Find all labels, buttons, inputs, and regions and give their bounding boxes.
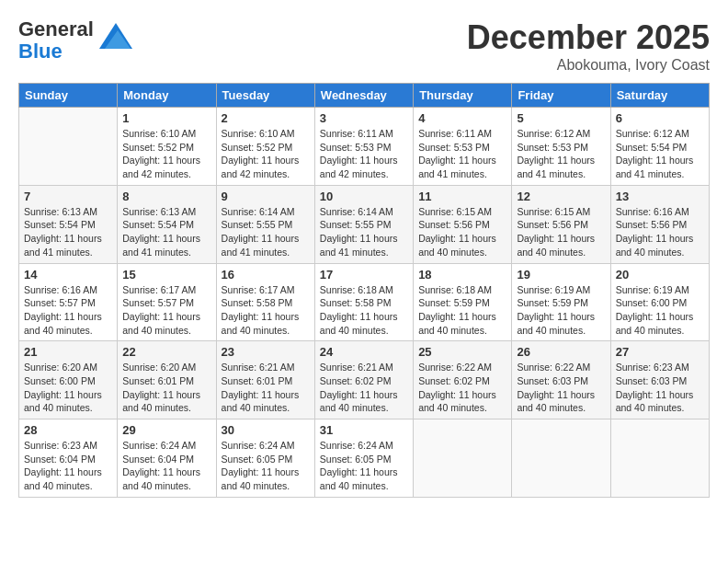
day-number: 1 bbox=[122, 111, 210, 125]
table-row: 29Sunrise: 6:24 AMSunset: 6:04 PMDayligh… bbox=[118, 419, 216, 498]
day-detail: Sunrise: 6:21 AMSunset: 6:02 PMDaylight:… bbox=[320, 361, 408, 415]
table-row: 16Sunrise: 6:17 AMSunset: 5:58 PMDayligh… bbox=[216, 263, 314, 341]
table-row: 24Sunrise: 6:21 AMSunset: 6:02 PMDayligh… bbox=[314, 341, 413, 419]
table-row: 4Sunrise: 6:11 AMSunset: 5:53 PMDaylight… bbox=[414, 108, 512, 186]
day-number: 4 bbox=[418, 111, 506, 125]
day-detail: Sunrise: 6:12 AMSunset: 5:54 PMDaylight:… bbox=[616, 127, 704, 181]
day-number: 25 bbox=[418, 345, 506, 359]
day-number: 27 bbox=[616, 345, 704, 359]
day-number: 8 bbox=[122, 190, 210, 203]
table-row: 12Sunrise: 6:15 AMSunset: 5:56 PMDayligh… bbox=[512, 185, 610, 263]
day-number: 21 bbox=[24, 345, 112, 359]
col-wednesday: Wednesday bbox=[314, 84, 413, 108]
day-detail: Sunrise: 6:24 AMSunset: 6:05 PMDaylight:… bbox=[222, 439, 310, 493]
title-block: December 2025 Abokouma, Ivory Coast bbox=[467, 18, 710, 74]
day-number: 16 bbox=[222, 268, 310, 282]
day-number: 9 bbox=[222, 190, 310, 203]
logo: GeneralBlue bbox=[18, 18, 132, 63]
day-number: 11 bbox=[418, 190, 506, 203]
page-header: GeneralBlue December 2025 Abokouma, Ivor… bbox=[18, 18, 710, 74]
table-row: 11Sunrise: 6:15 AMSunset: 5:56 PMDayligh… bbox=[414, 185, 512, 263]
day-detail: Sunrise: 6:22 AMSunset: 6:02 PMDaylight:… bbox=[418, 361, 506, 415]
day-detail: Sunrise: 6:24 AMSunset: 6:04 PMDaylight:… bbox=[122, 439, 210, 493]
day-detail: Sunrise: 6:19 AMSunset: 6:00 PMDaylight:… bbox=[616, 283, 704, 338]
day-number: 31 bbox=[320, 423, 408, 437]
day-number: 17 bbox=[320, 268, 408, 282]
table-row: 20Sunrise: 6:19 AMSunset: 6:00 PMDayligh… bbox=[610, 263, 709, 341]
table-row bbox=[512, 419, 610, 498]
day-number: 30 bbox=[222, 423, 310, 437]
day-number: 15 bbox=[122, 268, 210, 282]
table-row: 17Sunrise: 6:18 AMSunset: 5:58 PMDayligh… bbox=[314, 263, 413, 341]
calendar-week-row: 28Sunrise: 6:23 AMSunset: 6:04 PMDayligh… bbox=[19, 419, 710, 498]
table-row: 7Sunrise: 6:13 AMSunset: 5:54 PMDaylight… bbox=[19, 185, 118, 263]
day-detail: Sunrise: 6:15 AMSunset: 5:56 PMDaylight:… bbox=[517, 205, 605, 259]
day-number: 13 bbox=[616, 190, 704, 203]
table-row: 2Sunrise: 6:10 AMSunset: 5:52 PMDaylight… bbox=[216, 108, 314, 186]
day-detail: Sunrise: 6:20 AMSunset: 6:00 PMDaylight:… bbox=[24, 361, 112, 415]
col-friday: Friday bbox=[512, 84, 610, 108]
day-detail: Sunrise: 6:23 AMSunset: 6:04 PMDaylight:… bbox=[24, 439, 112, 493]
calendar-table: Sunday Monday Tuesday Wednesday Thursday… bbox=[18, 83, 710, 498]
logo-icon bbox=[99, 23, 132, 51]
day-number: 6 bbox=[616, 111, 704, 125]
day-detail: Sunrise: 6:10 AMSunset: 5:52 PMDaylight:… bbox=[122, 127, 210, 181]
day-detail: Sunrise: 6:18 AMSunset: 5:58 PMDaylight:… bbox=[320, 283, 408, 338]
table-row bbox=[19, 108, 118, 186]
day-detail: Sunrise: 6:13 AMSunset: 5:54 PMDaylight:… bbox=[24, 205, 112, 259]
table-row: 18Sunrise: 6:18 AMSunset: 5:59 PMDayligh… bbox=[414, 263, 512, 341]
table-row: 8Sunrise: 6:13 AMSunset: 5:54 PMDaylight… bbox=[118, 185, 216, 263]
table-row: 14Sunrise: 6:16 AMSunset: 5:57 PMDayligh… bbox=[19, 263, 118, 341]
day-detail: Sunrise: 6:10 AMSunset: 5:52 PMDaylight:… bbox=[222, 127, 310, 181]
day-number: 5 bbox=[517, 111, 605, 125]
day-number: 10 bbox=[320, 190, 408, 203]
day-number: 2 bbox=[222, 111, 310, 125]
table-row: 26Sunrise: 6:22 AMSunset: 6:03 PMDayligh… bbox=[512, 341, 610, 419]
day-detail: Sunrise: 6:11 AMSunset: 5:53 PMDaylight:… bbox=[320, 127, 408, 181]
day-detail: Sunrise: 6:24 AMSunset: 6:05 PMDaylight:… bbox=[320, 439, 408, 493]
day-number: 22 bbox=[122, 345, 210, 359]
logo-text: GeneralBlue bbox=[18, 18, 94, 63]
day-number: 19 bbox=[517, 268, 605, 282]
table-row: 5Sunrise: 6:12 AMSunset: 5:53 PMDaylight… bbox=[512, 108, 610, 186]
table-row: 1Sunrise: 6:10 AMSunset: 5:52 PMDaylight… bbox=[118, 108, 216, 186]
day-detail: Sunrise: 6:14 AMSunset: 5:55 PMDaylight:… bbox=[222, 205, 310, 259]
col-sunday: Sunday bbox=[19, 84, 118, 108]
day-detail: Sunrise: 6:16 AMSunset: 5:57 PMDaylight:… bbox=[24, 283, 112, 338]
table-row: 19Sunrise: 6:19 AMSunset: 5:59 PMDayligh… bbox=[512, 263, 610, 341]
day-number: 20 bbox=[616, 268, 704, 282]
day-detail: Sunrise: 6:22 AMSunset: 6:03 PMDaylight:… bbox=[517, 361, 605, 415]
day-detail: Sunrise: 6:16 AMSunset: 5:56 PMDaylight:… bbox=[616, 205, 704, 259]
day-number: 14 bbox=[24, 268, 112, 282]
table-row: 23Sunrise: 6:21 AMSunset: 6:01 PMDayligh… bbox=[216, 341, 314, 419]
day-detail: Sunrise: 6:14 AMSunset: 5:55 PMDaylight:… bbox=[320, 205, 408, 259]
day-detail: Sunrise: 6:11 AMSunset: 5:53 PMDaylight:… bbox=[418, 127, 506, 181]
table-row: 10Sunrise: 6:14 AMSunset: 5:55 PMDayligh… bbox=[314, 185, 413, 263]
table-row: 25Sunrise: 6:22 AMSunset: 6:02 PMDayligh… bbox=[414, 341, 512, 419]
calendar-week-row: 1Sunrise: 6:10 AMSunset: 5:52 PMDaylight… bbox=[19, 108, 710, 186]
col-saturday: Saturday bbox=[610, 84, 709, 108]
col-monday: Monday bbox=[118, 84, 216, 108]
day-number: 3 bbox=[320, 111, 408, 125]
day-detail: Sunrise: 6:17 AMSunset: 5:57 PMDaylight:… bbox=[122, 283, 210, 338]
table-row: 22Sunrise: 6:20 AMSunset: 6:01 PMDayligh… bbox=[118, 341, 216, 419]
table-row: 3Sunrise: 6:11 AMSunset: 5:53 PMDaylight… bbox=[314, 108, 413, 186]
day-detail: Sunrise: 6:12 AMSunset: 5:53 PMDaylight:… bbox=[517, 127, 605, 181]
col-tuesday: Tuesday bbox=[216, 84, 314, 108]
table-row bbox=[610, 419, 709, 498]
table-row: 27Sunrise: 6:23 AMSunset: 6:03 PMDayligh… bbox=[610, 341, 709, 419]
day-detail: Sunrise: 6:19 AMSunset: 5:59 PMDaylight:… bbox=[517, 283, 605, 338]
day-detail: Sunrise: 6:15 AMSunset: 5:56 PMDaylight:… bbox=[418, 205, 506, 259]
table-row: 28Sunrise: 6:23 AMSunset: 6:04 PMDayligh… bbox=[19, 419, 118, 498]
day-detail: Sunrise: 6:17 AMSunset: 5:58 PMDaylight:… bbox=[222, 283, 310, 338]
day-number: 26 bbox=[517, 345, 605, 359]
calendar-week-row: 7Sunrise: 6:13 AMSunset: 5:54 PMDaylight… bbox=[19, 185, 710, 263]
table-row: 6Sunrise: 6:12 AMSunset: 5:54 PMDaylight… bbox=[610, 108, 709, 186]
day-detail: Sunrise: 6:21 AMSunset: 6:01 PMDaylight:… bbox=[222, 361, 310, 415]
calendar-week-row: 14Sunrise: 6:16 AMSunset: 5:57 PMDayligh… bbox=[19, 263, 710, 341]
table-row: 31Sunrise: 6:24 AMSunset: 6:05 PMDayligh… bbox=[314, 419, 413, 498]
day-number: 24 bbox=[320, 345, 408, 359]
table-row bbox=[414, 419, 512, 498]
day-detail: Sunrise: 6:20 AMSunset: 6:01 PMDaylight:… bbox=[122, 361, 210, 415]
month-title: December 2025 bbox=[467, 18, 710, 57]
